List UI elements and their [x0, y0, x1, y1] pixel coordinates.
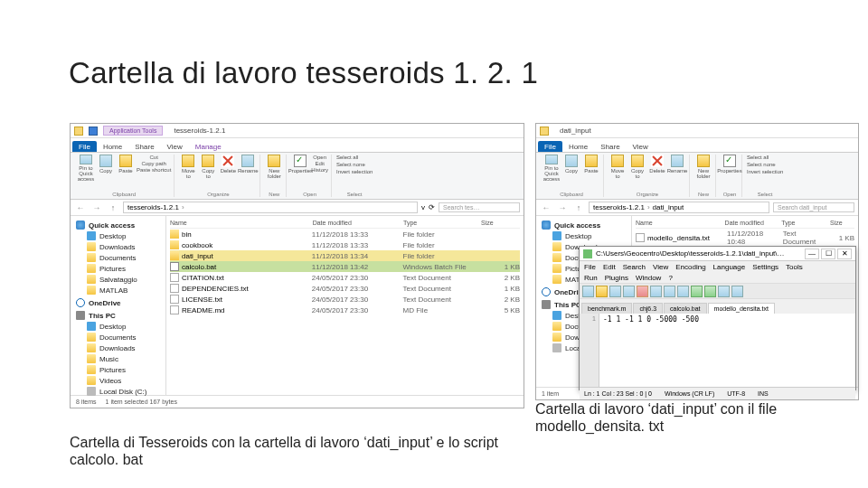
maximize-button[interactable]: ☐ — [821, 249, 835, 259]
manage-tab[interactable]: Manage — [189, 141, 228, 152]
pin-button[interactable]: Pin to Quick access — [77, 155, 95, 182]
sidebar-onedrive[interactable]: OneDrive — [71, 297, 165, 308]
paste-button[interactable]: Paste — [117, 155, 135, 182]
menu-edit[interactable]: Edit — [603, 263, 616, 271]
shortcut-button[interactable]: Paste shortcut — [137, 167, 171, 173]
file-row[interactable]: README.md24/05/2017 23:30MD File5 KB — [170, 305, 520, 315]
back-button[interactable]: ← — [74, 202, 87, 214]
file-row[interactable]: DEPENDENCIES.txt24/05/2017 23:30Text Doc… — [170, 283, 520, 294]
delete-button[interactable]: Delete — [648, 155, 666, 182]
file-row[interactable]: dati_input11/12/2018 13:34File folder — [170, 250, 520, 261]
file-row[interactable]: LICENSE.txt24/05/2017 23:30Text Document… — [170, 294, 520, 305]
props-button[interactable]: Properties — [721, 155, 739, 182]
rename-button[interactable]: Rename — [239, 155, 257, 182]
sidebar-quickaccess[interactable]: Quick access — [71, 220, 165, 230]
editor-body[interactable]: 1 -1 1 -1 1 0 -5000 -500 — [580, 314, 855, 387]
up-button[interactable]: ↑ — [572, 202, 585, 214]
menu-run[interactable]: Run — [584, 274, 598, 282]
sidebar-matlab[interactable]: MATLAB — [71, 285, 165, 296]
sidebar-pictures[interactable]: Pictures — [71, 263, 165, 274]
home-tab[interactable]: Home — [97, 141, 128, 152]
find-icon[interactable] — [718, 286, 730, 297]
menu-settings[interactable]: Settings — [752, 263, 778, 271]
sidebar-desktop[interactable]: Desktop — [71, 230, 165, 241]
close-icon[interactable] — [637, 286, 648, 297]
file-tab[interactable]: File — [72, 141, 97, 152]
sidebar-downloads2[interactable]: Downloads — [71, 343, 165, 353]
move-button[interactable]: Move to — [609, 155, 627, 182]
invert-button[interactable]: Invert selection — [747, 169, 783, 174]
paste-icon[interactable] — [677, 286, 689, 297]
search-input[interactable]: Search tes… — [439, 202, 520, 212]
edit-button[interactable]: Edit — [311, 161, 328, 166]
editor-tab[interactable]: chj6.3 — [633, 303, 663, 314]
view-tab[interactable]: View — [161, 141, 189, 152]
zoom-icon[interactable] — [731, 286, 743, 297]
copyto-button[interactable]: Copy to — [628, 155, 646, 182]
file-row[interactable]: CITATION.txt24/05/2017 23:30Text Documen… — [170, 272, 520, 283]
forward-button[interactable]: → — [556, 202, 569, 214]
save-icon[interactable] — [609, 286, 621, 297]
copypath-button[interactable]: Copy path — [137, 161, 171, 166]
sidebar-music[interactable]: Music — [71, 353, 165, 364]
editor-tab-active[interactable]: modello_densita.txt — [708, 303, 775, 314]
new-icon[interactable] — [582, 286, 594, 297]
share-tab[interactable]: Share — [594, 141, 626, 152]
column-headers[interactable]: NameDate modifiedTypeSize — [636, 218, 854, 229]
paste-button[interactable]: Paste — [582, 155, 600, 182]
menu-plugins[interactable]: Plugins — [605, 274, 628, 282]
breadcrumb[interactable]: tesseroids-1.2.1› — [123, 202, 418, 213]
props-button[interactable]: Properties — [291, 155, 309, 182]
selectnone-button[interactable]: Select none — [747, 162, 776, 167]
minimize-button[interactable]: — — [805, 249, 819, 259]
forward-button[interactable]: → — [90, 202, 103, 214]
selectnone-button[interactable]: Select none — [336, 162, 365, 167]
history-button[interactable]: History — [311, 167, 328, 173]
file-row[interactable]: cookbook11/12/2018 13:33File folder — [170, 239, 520, 250]
file-row[interactable]: modello_densita.txt11/12/2018 10:48Text … — [636, 229, 854, 247]
up-button[interactable]: ↑ — [107, 202, 119, 214]
invert-button[interactable]: Invert selection — [336, 169, 373, 174]
selectall-button[interactable]: Select all — [747, 155, 769, 160]
file-row[interactable]: bin11/12/2018 13:33File folder — [170, 229, 520, 239]
redo-icon[interactable] — [704, 286, 716, 297]
home-tab[interactable]: Home — [562, 141, 594, 152]
editor-tab[interactable]: calcolo.bat — [664, 303, 706, 314]
rename-button[interactable]: Rename — [668, 155, 686, 182]
search-input[interactable]: Search dati_input — [773, 202, 854, 212]
sidebar-desktop2[interactable]: Desktop — [71, 321, 165, 332]
copyto-button[interactable]: Copy to — [199, 155, 217, 182]
menu-encoding[interactable]: Encoding — [675, 263, 705, 271]
editor-content[interactable]: -1 1 -1 1 0 -5000 -500 — [599, 314, 855, 387]
breadcrumb[interactable]: tesseroids-1.2.1›dati_input — [589, 202, 769, 213]
sidebar-pictures2[interactable]: Pictures — [71, 364, 165, 375]
undo-icon[interactable] — [691, 286, 703, 297]
pin-button[interactable]: Pin to Quick access — [542, 155, 561, 182]
menu-language[interactable]: Language — [713, 263, 746, 271]
open-button[interactable]: Open — [311, 155, 328, 160]
copy-button[interactable]: Copy — [562, 155, 580, 182]
share-tab[interactable]: Share — [128, 141, 160, 152]
view-tab[interactable]: View — [627, 141, 655, 152]
sidebar-localdisk[interactable]: Local Disk (C:) — [71, 386, 165, 397]
newfolder-button[interactable]: New folder — [265, 155, 283, 182]
move-button[interactable]: Move to — [179, 155, 197, 182]
sidebar-salvataggio[interactable]: Salvataggio — [71, 274, 165, 285]
file-tab[interactable]: File — [538, 141, 562, 152]
sidebar-desktop[interactable]: Desktop — [536, 230, 631, 241]
column-headers[interactable]: NameDate modifiedTypeSize — [170, 218, 520, 229]
sidebar-documents2[interactable]: Documents — [71, 332, 165, 343]
saveall-icon[interactable] — [623, 286, 635, 297]
selectall-button[interactable]: Select all — [336, 155, 358, 160]
copy-button[interactable]: Copy — [97, 155, 115, 182]
cut-button[interactable]: Cut — [137, 155, 171, 160]
delete-button[interactable]: Delete — [219, 155, 237, 182]
file-row[interactable]: calcolo.bat11/12/2018 13:42Windows Batch… — [170, 261, 520, 272]
menu-search[interactable]: Search — [623, 263, 646, 271]
menu-tools[interactable]: Tools — [786, 263, 803, 271]
cut-icon[interactable] — [650, 286, 662, 297]
menu-file[interactable]: File — [584, 263, 596, 271]
copy-icon[interactable] — [664, 286, 675, 297]
editor-tab[interactable]: benchmark.m — [581, 303, 632, 314]
sidebar-documents[interactable]: Documents — [71, 252, 165, 263]
